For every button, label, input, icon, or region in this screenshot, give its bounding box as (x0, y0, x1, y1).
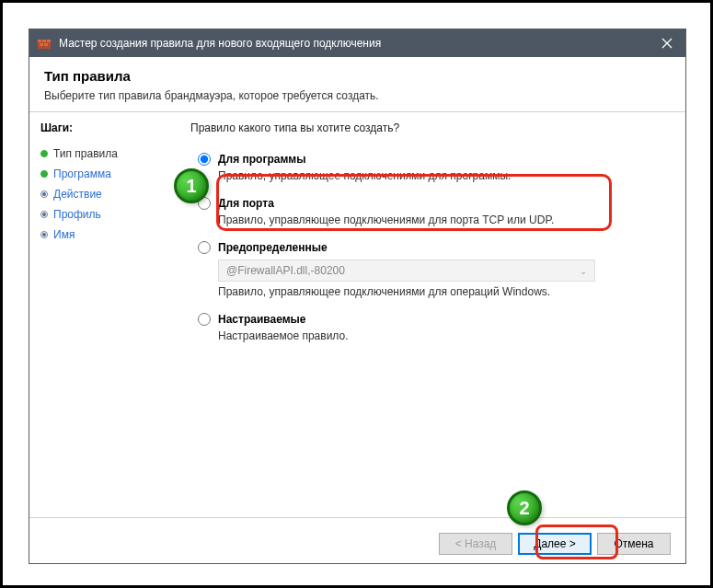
step-label: Действие (53, 188, 102, 201)
step-rule-type[interactable]: Тип правила (40, 144, 170, 164)
steps-title: Шаги: (40, 121, 170, 134)
radio-custom[interactable] (198, 313, 211, 326)
option-label: Настраиваемые (218, 313, 305, 326)
bullet-icon (40, 170, 48, 178)
annotation-badge-2: 2 (507, 490, 542, 525)
chevron-down-icon: ⌄ (580, 266, 587, 276)
option-desc: Правило, управляющее подключениями для о… (218, 285, 667, 298)
titlebar: Мастер создания правила для нового входя… (29, 29, 685, 57)
close-button[interactable] (649, 29, 685, 57)
dropdown-value: @FirewallAPI.dll,-80200 (226, 264, 345, 277)
firewall-icon (37, 36, 52, 51)
steps-panel: Шаги: Тип правила Программа Действие Про… (29, 112, 181, 517)
svg-rect-1 (38, 40, 41, 42)
step-label: Имя (53, 228, 75, 241)
option-desc: Настраиваемое правило. (218, 329, 667, 342)
option-port: Для порта Правило, управляющее подключен… (198, 197, 667, 226)
svg-rect-4 (40, 43, 43, 46)
step-name[interactable]: Имя (40, 225, 170, 245)
option-desc: Правило, управляющее подключениями для п… (218, 169, 667, 182)
bullet-icon (40, 211, 48, 218)
bullet-icon (40, 190, 48, 198)
page-subtitle: Выберите тип правила брандмауэра, которо… (44, 89, 671, 102)
next-button[interactable]: Далее > (518, 533, 592, 555)
option-label: Для порта (218, 197, 274, 210)
bullet-icon (40, 150, 48, 157)
radio-predefined[interactable] (198, 241, 211, 254)
titlebar-text: Мастер создания правила для нового входя… (59, 37, 649, 50)
step-label: Профиль (53, 208, 101, 221)
svg-rect-3 (47, 40, 51, 42)
bullet-icon (40, 231, 48, 238)
option-label: Для программы (218, 153, 305, 166)
option-program: Для программы Правило, управляющее подкл… (198, 153, 667, 182)
step-label: Тип правила (53, 147, 118, 160)
back-button: < Назад (439, 533, 512, 555)
annotation-badge-1: 1 (174, 168, 209, 203)
footer-area: < Назад Далее > Отмена (29, 517, 685, 569)
svg-rect-2 (42, 40, 46, 42)
page-title: Тип правила (44, 68, 671, 84)
step-program[interactable]: Программа (40, 164, 170, 184)
svg-rect-5 (44, 43, 48, 46)
prompt-text: Правило какого типа вы хотите создать? (190, 121, 667, 134)
option-custom: Настраиваемые Настраиваемое правило. (198, 313, 667, 342)
step-profile[interactable]: Профиль (40, 204, 170, 225)
cancel-button[interactable]: Отмена (597, 533, 671, 555)
option-label: Предопределенные (218, 241, 328, 254)
radio-program[interactable] (198, 153, 211, 166)
predefined-dropdown: @FirewallAPI.dll,-80200 ⌄ (218, 259, 595, 282)
option-desc: Правило, управляющее подключениями для п… (218, 213, 667, 226)
main-panel: Правило какого типа вы хотите создать? Д… (181, 112, 685, 517)
step-label: Программа (53, 167, 111, 180)
option-predefined: Предопределенные @FirewallAPI.dll,-80200… (198, 241, 667, 298)
step-action[interactable]: Действие (40, 184, 170, 204)
wizard-window: Мастер создания правила для нового входя… (29, 29, 686, 564)
header-area: Тип правила Выберите тип правила брандма… (29, 57, 685, 111)
